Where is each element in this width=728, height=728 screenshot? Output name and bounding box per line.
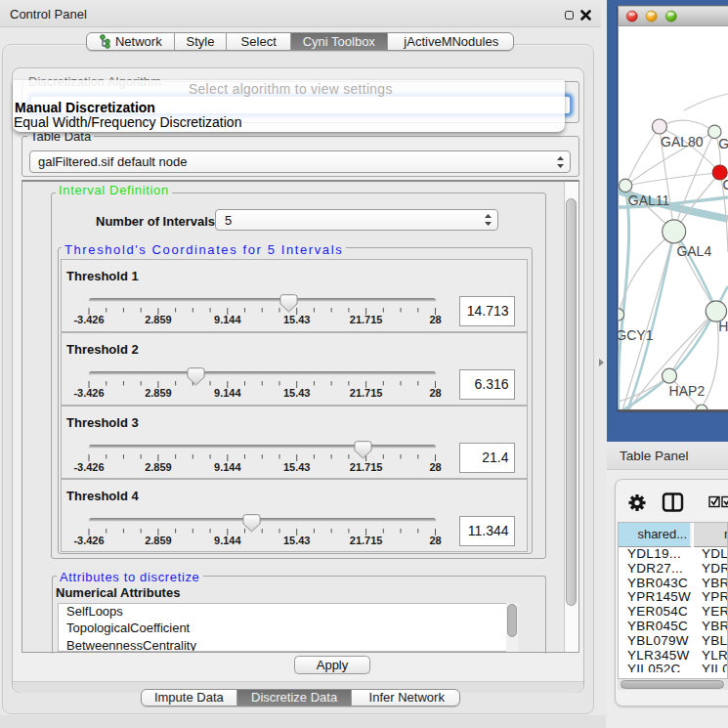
- svg-text:GCY1: GCY1: [616, 327, 653, 343]
- svg-text:HA: HA: [718, 319, 728, 334]
- svg-text:GAL4: GAL4: [676, 243, 711, 259]
- svg-text:GAL11: GAL11: [628, 193, 670, 208]
- svg-text:C: C: [722, 177, 728, 193]
- svg-text:GAL80: GAL80: [661, 134, 704, 150]
- svg-text:HAP2: HAP2: [669, 383, 706, 399]
- svg-text:GAL: GAL: [718, 136, 728, 151]
